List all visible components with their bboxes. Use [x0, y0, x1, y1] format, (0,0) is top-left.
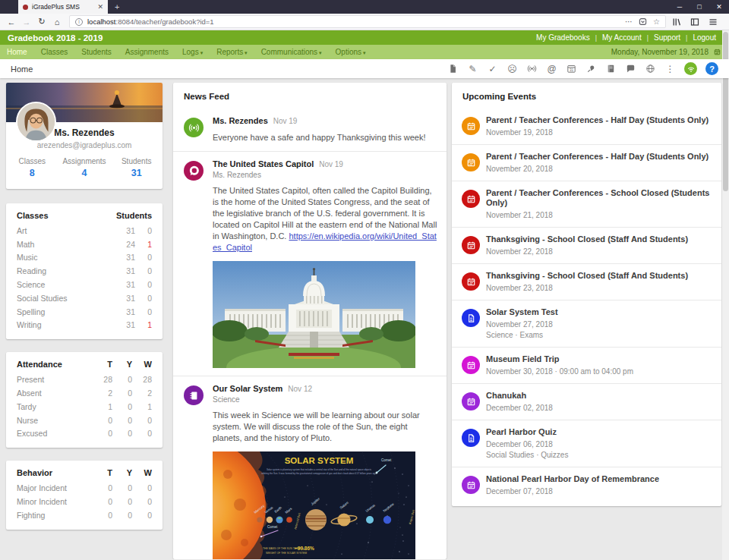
pocket-icon[interactable] — [639, 17, 647, 26]
link-my-gradebooks[interactable]: My Gradebooks — [531, 33, 595, 42]
svg-text:Comet: Comet — [381, 458, 392, 462]
window-minimize-button[interactable]: ─ — [670, 0, 690, 14]
post-body: Everyone have a safe and happy Thanksgiv… — [213, 132, 439, 143]
web-globe-icon[interactable] — [645, 63, 656, 74]
event-calendar-icon — [462, 190, 480, 208]
nav-item-home[interactable]: Home — [0, 48, 34, 56]
event-row[interactable]: Thanksgiving - School Closed (Staff And … — [452, 227, 721, 263]
reload-button[interactable]: ↻ — [34, 17, 49, 27]
post-title[interactable]: The United States Capitol — [213, 159, 314, 168]
nav-item-reports[interactable]: Reports — [210, 48, 254, 56]
tab-close-icon[interactable]: ✕ — [97, 3, 103, 11]
classes-panel: Classes Students Art310 Math241 Music310… — [6, 203, 163, 339]
event-row[interactable]: Thanksgiving - School Closed (Staff And … — [452, 263, 721, 300]
messages-icon[interactable] — [625, 63, 636, 74]
post-date: Nov 19 — [319, 160, 343, 168]
event-row[interactable]: Parent / Teacher Conferences - Half Day … — [452, 144, 721, 181]
gradebook-icon[interactable] — [605, 63, 617, 74]
post-title[interactable]: Our Solar System — [213, 384, 282, 393]
window-close-button[interactable]: ✕ — [709, 0, 729, 14]
site-info-icon[interactable]: i — [75, 18, 83, 26]
nav-item-students[interactable]: Students — [74, 48, 118, 56]
class-row: Spelling310 — [17, 305, 152, 319]
connection-status-icon[interactable] — [684, 62, 697, 75]
event-calendar-icon — [462, 476, 480, 494]
class-row: Writing311 — [17, 319, 152, 332]
forward-button[interactable]: → — [19, 17, 34, 27]
tab-title: iGradePlus SMS — [32, 3, 93, 11]
url-host: localhost — [87, 17, 116, 26]
pin-icon[interactable] — [585, 63, 597, 74]
stat-classes: Classes 8 — [6, 157, 58, 178]
event-calendar-icon — [462, 236, 480, 254]
link-support[interactable]: Support — [649, 33, 686, 42]
event-row[interactable]: Parent / Teacher Conferences - Half Day … — [452, 109, 721, 144]
announcement-broadcast-icon — [184, 118, 204, 137]
app-header: Gradebook 2018 - 2019 My Gradebooks | My… — [0, 30, 729, 45]
stat-assignments-value[interactable]: 4 — [58, 168, 111, 178]
attendance-row: Nurse000 — [17, 414, 152, 427]
svg-text:WEIGHT OF THE SOLAR SYSTEM: WEIGHT OF THE SOLAR SYSTEM — [266, 552, 307, 555]
calendar-31-icon[interactable] — [566, 63, 577, 74]
post-class: Science — [213, 395, 436, 404]
window-maximize-button[interactable]: □ — [690, 0, 709, 14]
library-icon[interactable] — [672, 17, 687, 27]
nav-item-classes[interactable]: Classes — [34, 48, 75, 56]
behavior-row: Fighting000 — [17, 508, 152, 522]
announcement-broadcast-icon[interactable] — [526, 63, 538, 74]
svg-text:Comet: Comet — [267, 525, 278, 529]
behavior-panel-title: Behavior — [17, 468, 93, 477]
stat-students-value[interactable]: 31 — [110, 168, 163, 178]
attendance-row: Tardy101 — [17, 400, 152, 414]
nav-item-assignments[interactable]: Assignments — [118, 48, 175, 56]
browser-navbar: ← → ↻ ⌂ i localhost:8084/teacher/gradebo… — [0, 14, 729, 30]
avatar[interactable] — [16, 102, 56, 142]
help-icon[interactable]: ? — [705, 62, 718, 75]
attendance-panel-title: Attendance — [17, 360, 93, 369]
home-button[interactable]: ⌂ — [49, 17, 65, 27]
url-bar[interactable]: i localhost:8084/teacher/gradebook?id=1 … — [69, 15, 666, 28]
event-calendar-icon — [462, 153, 480, 171]
nav-item-options[interactable]: Options — [329, 48, 373, 56]
bookmark-star-icon[interactable]: ☆ — [653, 17, 660, 26]
menu-hamburger-icon[interactable] — [708, 17, 724, 27]
page-scrollbar[interactable] — [722, 30, 729, 560]
nav-item-logs[interactable]: Logs — [175, 48, 210, 56]
event-calendar-icon — [462, 356, 480, 374]
scrollbar-thumb[interactable] — [723, 32, 728, 191]
stat-classes-value[interactable]: 8 — [6, 168, 58, 178]
link-my-account[interactable]: My Account — [597, 33, 647, 42]
svg-text:SOLAR SYSTEM: SOLAR SYSTEM — [285, 456, 354, 465]
new-tab-button[interactable]: + — [108, 0, 126, 14]
news-post: The United States CapitolNov 19 Ms. Reze… — [173, 151, 447, 376]
sidebar-toggle-icon[interactable] — [690, 17, 705, 27]
upcoming-events-title: Upcoming Events — [452, 92, 721, 109]
behavior-frown-icon[interactable]: ☹ — [507, 63, 518, 74]
class-row: Science310 — [17, 278, 152, 291]
mention-at-icon[interactable]: @ — [546, 63, 557, 74]
event-row[interactable]: National Pearl Harbor Day of Remembrance… — [452, 467, 721, 503]
more-kebab-icon[interactable]: ⋮ — [664, 63, 676, 74]
event-row[interactable]: Museum Field Trip November 30, 2018 · 09… — [452, 347, 721, 383]
post-title[interactable]: Ms. Rezendes — [213, 116, 268, 125]
page-actions-icon[interactable]: ⋯ — [625, 17, 633, 26]
event-row[interactable]: Solar System Test November 27, 2018 Scie… — [452, 300, 721, 347]
date-calendar-icon[interactable] — [712, 47, 722, 57]
back-button[interactable]: ← — [4, 17, 19, 27]
breadcrumb-bar: Home ✎ ✓ ☹ @ ⋮ ? — [0, 59, 729, 78]
nav-item-communications[interactable]: Communications — [254, 48, 329, 56]
post-date: Nov 12 — [288, 385, 312, 393]
event-row[interactable]: Chanukah December 02, 2018 — [452, 383, 721, 420]
classes-panel-title: Classes — [17, 211, 116, 220]
edit-pencil-icon[interactable]: ✎ — [467, 63, 478, 74]
url-path: :8084/teacher/gradebook?id=1 — [116, 17, 214, 26]
tasks-check-icon[interactable]: ✓ — [487, 63, 498, 74]
event-row[interactable]: Parent / Teacher Conferences - School Cl… — [452, 181, 721, 227]
event-row[interactable]: Pearl Harbor Quiz December 06, 2018 Soci… — [452, 420, 721, 467]
breadcrumb: Home — [11, 64, 33, 74]
class-row: Art310 — [17, 224, 152, 238]
event-document-icon — [462, 429, 480, 447]
link-logout[interactable]: Logout — [687, 33, 721, 42]
new-document-icon[interactable] — [447, 63, 459, 74]
browser-tab[interactable]: iGradePlus SMS ✕ — [18, 0, 108, 14]
